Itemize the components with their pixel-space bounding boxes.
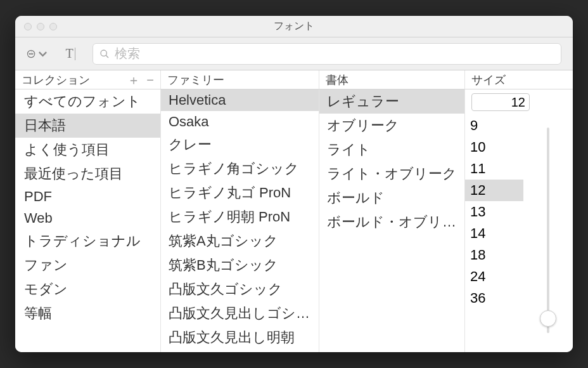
family-item[interactable]: Osaka	[161, 111, 319, 133]
size-input-row	[465, 89, 573, 115]
collection-item[interactable]: 等幅	[15, 301, 160, 325]
collection-list[interactable]: すべてのフォント日本語よく使う項目最近使った項目PDFWebトラディショナルファ…	[15, 89, 161, 352]
content-area: すべてのフォント日本語よく使う項目最近使った項目PDFWebトラディショナルファ…	[15, 89, 573, 352]
family-item[interactable]: ヒラギノ丸ゴ ProN	[161, 181, 319, 205]
family-item[interactable]: 筑紫A丸ゴシック	[161, 229, 319, 253]
size-input[interactable]	[471, 93, 530, 111]
size-item[interactable]: 18	[465, 244, 523, 266]
window-title: フォント	[15, 20, 573, 33]
window-controls	[15, 23, 57, 30]
cursor-icon	[75, 48, 75, 60]
family-item[interactable]: 凸版文久見出し明朝	[161, 325, 319, 350]
search-input[interactable]	[115, 46, 554, 61]
header-family-label: ファミリー	[167, 72, 224, 88]
style-list[interactable]: レギュラーオブリークライトライト・オブリークボールドボールド・オブリーク	[319, 89, 465, 352]
family-item[interactable]: 凸版文久ゴシック	[161, 277, 319, 301]
svg-point-1	[29, 53, 30, 54]
family-item[interactable]: ヒラギノ角ゴシック	[161, 157, 319, 181]
header-collection-label: コレクション	[22, 72, 90, 88]
search-field[interactable]	[93, 43, 561, 65]
svg-line-5	[106, 55, 108, 58]
size-list[interactable]: 91011121314182436	[465, 115, 523, 352]
remove-collection-button[interactable]: −	[146, 74, 154, 86]
style-item[interactable]: オブリーク	[319, 114, 464, 138]
family-item[interactable]: ヒラギノ明朝 ProN	[161, 205, 319, 229]
size-item[interactable]: 11	[465, 158, 523, 180]
size-item[interactable]: 14	[465, 223, 523, 244]
slider-thumb[interactable]	[540, 310, 556, 327]
family-item[interactable]: 筑紫B丸ゴシック	[161, 253, 319, 277]
chevron-down-icon	[37, 48, 48, 60]
collection-item[interactable]: よく使う項目	[15, 138, 160, 162]
family-item[interactable]: クレー	[161, 133, 319, 157]
size-item[interactable]: 12	[465, 180, 523, 201]
titlebar: フォント	[15, 16, 573, 37]
add-collection-button[interactable]: ＋	[127, 74, 140, 86]
size-slider[interactable]	[523, 115, 573, 352]
size-item[interactable]: 24	[465, 266, 523, 287]
collection-item[interactable]: 最近使った項目	[15, 162, 160, 186]
header-style-label: 書体	[326, 72, 348, 88]
family-list[interactable]: HelveticaOsakaクレーヒラギノ角ゴシックヒラギノ丸ゴ ProNヒラギ…	[161, 89, 319, 352]
minimize-button[interactable]	[37, 23, 44, 30]
family-item[interactable]: Helvetica	[161, 89, 319, 111]
collection-item[interactable]: 日本語	[15, 114, 160, 138]
header-style: 書体	[319, 70, 465, 89]
collection-item[interactable]: Web	[15, 207, 160, 229]
text-preview-button[interactable]: T	[60, 45, 81, 63]
header-collection: コレクション ＋ −	[15, 70, 161, 89]
style-item[interactable]: ボールド	[319, 186, 464, 210]
collection-item[interactable]: PDF	[15, 186, 160, 207]
close-button[interactable]	[24, 23, 32, 30]
header-family: ファミリー	[161, 70, 319, 89]
collection-item[interactable]: ファン	[15, 253, 160, 277]
style-item[interactable]: レギュラー	[319, 89, 464, 114]
column-headers: コレクション ＋ − ファミリー 書体 サイズ	[15, 70, 573, 89]
style-item[interactable]: ライト・オブリーク	[319, 162, 464, 186]
header-size: サイズ	[465, 70, 573, 89]
collection-item[interactable]: すべてのフォント	[15, 89, 160, 114]
style-item[interactable]: ライト	[319, 138, 464, 162]
header-size-label: サイズ	[471, 72, 506, 88]
search-icon	[99, 49, 110, 59]
text-icon: T	[65, 46, 73, 61]
family-item[interactable]: 凸版文久見出しゴシック	[161, 301, 319, 325]
zoom-button[interactable]	[49, 23, 57, 30]
size-column: 91011121314182436	[465, 89, 573, 352]
size-item[interactable]: 36	[465, 287, 523, 309]
collection-item[interactable]: モダン	[15, 277, 160, 301]
slider-track	[547, 128, 549, 333]
size-item[interactable]: 13	[465, 201, 523, 223]
size-item[interactable]: 9	[465, 115, 523, 136]
toolbar: T	[15, 37, 573, 70]
ellipsis-circle-icon	[27, 48, 37, 60]
collection-item[interactable]: トラディショナル	[15, 229, 160, 253]
size-item[interactable]: 10	[465, 136, 523, 158]
svg-point-3	[32, 53, 33, 54]
svg-point-2	[31, 53, 32, 54]
action-menu-button[interactable]	[27, 45, 48, 63]
font-panel-window: フォント T コレクション ＋	[15, 16, 573, 352]
svg-point-4	[101, 50, 106, 56]
style-item[interactable]: ボールド・オブリーク	[319, 210, 464, 234]
